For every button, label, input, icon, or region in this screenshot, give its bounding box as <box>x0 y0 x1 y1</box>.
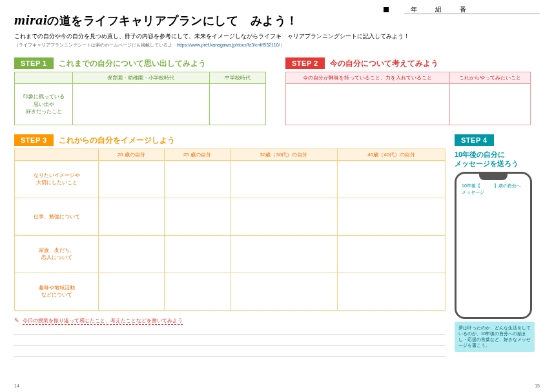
step3-cell[interactable] <box>164 160 230 198</box>
step2-cell[interactable] <box>286 83 450 125</box>
step1-badge: STEP 1 <box>14 57 54 69</box>
step1-cell[interactable] <box>73 83 210 125</box>
step3-row: 趣味や地域活動などについて <box>15 273 99 310</box>
step2-table: 今の自分が興味を持っていること、力を入れていること これからやってみたいこと <box>285 72 531 125</box>
step3-cell[interactable] <box>338 235 446 273</box>
step3-cell[interactable] <box>230 273 338 310</box>
step2-col1: 今の自分が興味を持っていること、力を入れていること <box>286 72 450 83</box>
step1-cell[interactable] <box>209 83 265 125</box>
step3-cell[interactable] <box>230 198 338 235</box>
step2-title: 今の自分について考えてみよう <box>330 59 438 68</box>
subnote: （ライフキャリアプランニングシートは県のホームページにも掲載しているよ http… <box>14 42 540 48</box>
step3-cell[interactable] <box>99 160 165 198</box>
step3-cell[interactable] <box>164 273 230 310</box>
reflection-section: ✎ 今日の授業を振り返って感じたこと、考えたことなどを書いてみよう <box>14 317 446 324</box>
step3-cell[interactable] <box>338 160 446 198</box>
step3-title: これからの自分をイメージしよう <box>59 136 175 145</box>
step3-col: 20 歳の自分 <box>99 149 165 160</box>
ruled-line[interactable] <box>14 337 446 346</box>
step4-note: 夢は叶ったのか、どんな生活をしているのか、10年後の自分への励まし・応援の言葉な… <box>455 322 535 351</box>
step1-col1: 保育園・幼稚園・小学校時代 <box>73 72 210 83</box>
step4-section: STEP 4 10年後の自分にメッセージを送ろう 10年後【 】歳の自分へメッセ… <box>455 134 540 357</box>
step3-cell[interactable] <box>164 198 230 235</box>
step3-cell[interactable] <box>99 273 165 310</box>
step3-col: 25 歳の自分 <box>164 149 230 160</box>
title-rest: の道をライフキャリアプランにして みよう！ <box>47 14 298 27</box>
step2-col2: これからやってみたいこと <box>449 72 530 83</box>
page-number-right: 15 <box>535 384 540 388</box>
step3-cell[interactable] <box>99 235 165 273</box>
header-fields: 年 組 番 <box>384 5 540 14</box>
step4-title: 10年後の自分にメッセージを送ろう <box>455 150 540 169</box>
step1-row1: 印象に残っている思い出や好きだったこと <box>15 83 73 125</box>
step3-row: 家族、友だち、恋人について <box>15 235 99 273</box>
step1-col2: 中学校時代 <box>209 72 265 83</box>
page-number-left: 14 <box>14 384 19 388</box>
ruled-line[interactable] <box>14 326 446 335</box>
step1-title: これまでの自分について思い出してみよう <box>59 59 206 68</box>
step3-cell[interactable] <box>338 198 446 235</box>
grade-number-label: 番 <box>460 5 466 14</box>
step3-row: なりたいイメージや大切にしたいこと <box>15 160 99 198</box>
step3-col: 30歳（30代）の自分 <box>230 149 338 160</box>
subnote-link[interactable]: https://www.pref.kanagawa.jp/docs/fz3/cn… <box>177 43 280 47</box>
phone-frame: 10年後【 】歳の自分へメッセージ <box>455 172 532 319</box>
step3-cell[interactable] <box>230 235 338 273</box>
phone-notch-icon <box>479 174 508 180</box>
step1-table: 保育園・幼稚園・小学校時代 中学校時代 印象に残っている思い出や好きだったこと <box>14 72 266 125</box>
grade-year-label: 年 <box>411 5 417 14</box>
pencil-icon: ✎ <box>14 317 19 324</box>
step3-cell[interactable] <box>164 235 230 273</box>
square-icon <box>384 7 389 12</box>
step3-badge: STEP 3 <box>14 134 54 146</box>
step3-cell[interactable] <box>99 198 165 235</box>
step3-cell[interactable] <box>230 160 338 198</box>
reflection-prompt: 今日の授業を振り返って感じたこと、考えたことなどを書いてみよう <box>23 318 183 325</box>
step3-section: STEP 3 これからの自分をイメージしよう 20 歳の自分 25 歳の自分 3… <box>14 134 446 357</box>
step1-section: STEP 1 これまでの自分について思い出してみよう 保育園・幼稚園・小学校時代… <box>14 57 266 125</box>
step3-row: 仕事、勉強について <box>15 198 99 235</box>
grade-class-label: 組 <box>435 5 442 14</box>
ruled-line[interactable] <box>14 348 446 357</box>
step2-cell[interactable] <box>449 83 530 125</box>
step2-section: STEP 2 今の自分について考えてみよう 今の自分が興味を持っていること、力を… <box>285 57 531 125</box>
step4-badge: STEP 4 <box>455 134 494 146</box>
step3-cell[interactable] <box>338 273 446 310</box>
step3-table: 20 歳の自分 25 歳の自分 30歳（30代）の自分 40歳（40代）の自分 … <box>14 149 446 311</box>
subtitle: これまでの自分や今の自分を見つめ直し、冊子の内容を参考にして、未来をイメージしな… <box>14 32 540 41</box>
title-prefix: mirai <box>14 12 47 28</box>
step3-col: 40歳（40代）の自分 <box>338 149 446 160</box>
step2-badge: STEP 2 <box>285 57 325 69</box>
